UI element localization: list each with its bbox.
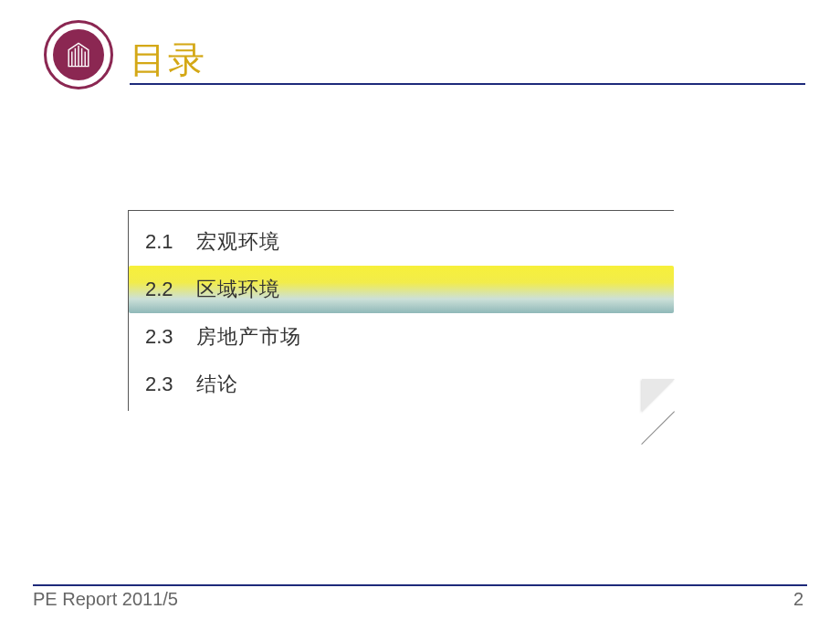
toc-item-number: 2.3 bbox=[145, 373, 196, 396]
page-fold-icon bbox=[642, 379, 675, 412]
title-underline bbox=[130, 83, 805, 85]
footer-report-label: PE Report 2011/5 bbox=[33, 589, 178, 610]
toc-item-number: 2.2 bbox=[145, 278, 196, 301]
toc-container: 2.1 宏观环境 2.2 区域环境 2.3 房地产市场 2.3 结论 bbox=[128, 210, 674, 411]
toc-item-label: 宏观环境 bbox=[196, 228, 280, 256]
toc-item-label: 结论 bbox=[196, 371, 238, 398]
org-logo bbox=[44, 20, 113, 89]
toc-item-label: 区域环境 bbox=[196, 276, 280, 303]
toc-item-label: 房地产市场 bbox=[196, 323, 301, 351]
toc-item-number: 2.3 bbox=[145, 325, 196, 349]
footer-page-number: 2 bbox=[793, 589, 803, 610]
toc-item-number: 2.1 bbox=[145, 230, 196, 254]
footer-rule bbox=[33, 584, 807, 586]
toc-item: 2.1 宏观环境 bbox=[129, 218, 674, 266]
toc-item-highlighted: 2.2 区域环境 bbox=[129, 266, 674, 313]
toc-item: 2.3 结论 bbox=[129, 361, 674, 408]
org-logo-inner bbox=[53, 29, 104, 80]
building-icon bbox=[62, 38, 95, 71]
page-title: 目录 bbox=[130, 35, 206, 85]
toc-item: 2.3 房地产市场 bbox=[129, 313, 674, 361]
